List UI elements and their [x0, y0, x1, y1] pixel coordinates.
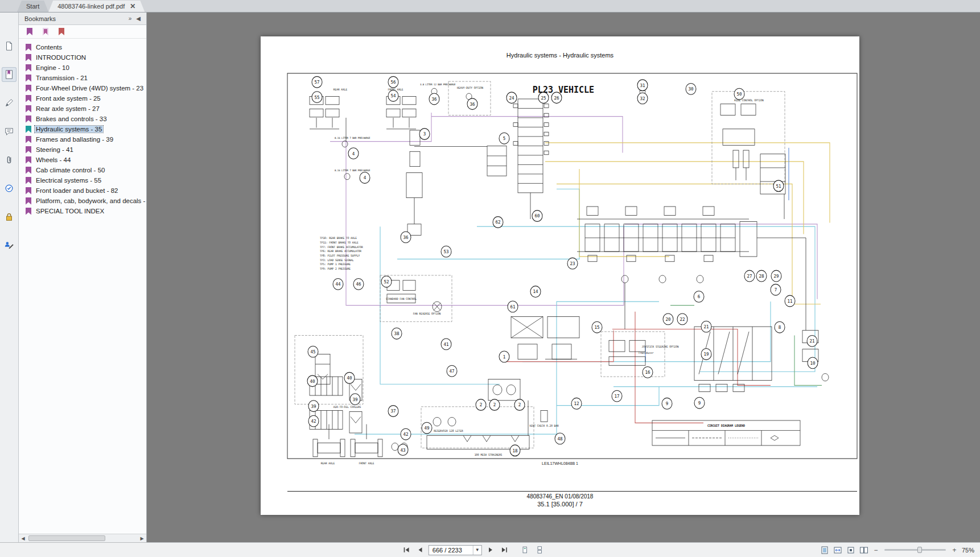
zoom-out-icon[interactable]: − [872, 546, 879, 554]
callout-28: 28 [756, 270, 767, 282]
single-page-view-icon[interactable] [520, 545, 530, 555]
bookmark-item[interactable]: Platform, cab, bodywork, and decals - [26, 196, 146, 206]
svg-text:42: 42 [311, 419, 316, 424]
bookmark-item[interactable]: Four-Wheel Drive (4WD) system - 23 [26, 83, 146, 93]
fit-page-icon[interactable] [820, 546, 829, 555]
footer-document-id: 48083746_EN 01/08/2018 [261, 493, 859, 500]
svg-text:40: 40 [347, 376, 352, 381]
bookmark-label: Cab climate control - 50 [35, 167, 106, 174]
close-tab-icon[interactable]: ✕ [130, 3, 135, 10]
bookmark-item[interactable]: Transmission - 21 [26, 73, 146, 83]
schematic-label: TP9: PUMP 2 PRESSURE [320, 267, 351, 270]
svg-text:52: 52 [384, 279, 389, 284]
page-dropdown-icon[interactable]: ▼ [473, 546, 481, 555]
bookmark-item[interactable]: INTRODUCTION [26, 52, 146, 63]
bookmarks-horizontal-scrollbar[interactable]: ◀ ▶ [19, 534, 146, 542]
scrollbar-thumb[interactable] [28, 535, 105, 541]
svg-text:22: 22 [680, 317, 685, 322]
svg-text:2: 2 [493, 402, 496, 407]
svg-text:60: 60 [534, 213, 540, 218]
bookmarks-icon[interactable] [2, 67, 17, 82]
security-lock-icon[interactable] [2, 209, 17, 224]
bookmark-item[interactable]: Steering - 41 [26, 145, 146, 155]
svg-text:40: 40 [310, 378, 315, 383]
scroll-right-icon[interactable]: ▶ [138, 534, 146, 542]
schematic-label: FRONT AXLE [388, 88, 403, 90]
continuous-view-icon[interactable] [534, 545, 545, 555]
schematic-label: RESERVOIR 128 LITER [434, 430, 463, 432]
bookmark-item[interactable]: Frames and ballasting - 39 [26, 134, 146, 145]
bookmark-item[interactable]: Front loader and bucket - 82 [26, 185, 146, 196]
certification-icon[interactable] [2, 181, 17, 196]
callout-61: 61 [508, 301, 518, 312]
callout-7: 7 [771, 284, 781, 295]
signature-icon[interactable] [2, 238, 17, 253]
document-view-area[interactable]: Hydraulic systems - Hydraulic systems [147, 13, 980, 542]
callout-39: 39 [308, 401, 319, 412]
bookmark-item[interactable]: Cab climate control - 50 [26, 165, 146, 175]
bookmark-item[interactable]: Engine - 10 [26, 63, 146, 73]
bookmark-item[interactable]: Electrical systems - 55 [26, 175, 146, 185]
svg-text:56: 56 [390, 80, 396, 85]
last-page-icon[interactable] [499, 545, 509, 555]
footer-rule [287, 491, 857, 492]
facing-pages-icon[interactable] [859, 546, 868, 555]
svg-text:28: 28 [759, 274, 764, 279]
schematic-label: PL23 VEHICLE [533, 84, 594, 95]
page-thumbnails-icon[interactable] [2, 39, 17, 53]
bookmark-ribbon-icon [26, 197, 31, 205]
bookmark-ribbon-icon [26, 64, 31, 72]
svg-text:4: 4 [352, 151, 355, 156]
callout-60: 60 [532, 211, 542, 222]
bookmark-add-icon[interactable] [24, 27, 35, 37]
svg-text:8: 8 [779, 325, 781, 330]
annotations-icon[interactable] [2, 96, 17, 110]
attachments-icon[interactable] [2, 152, 17, 167]
fit-width-icon[interactable] [833, 546, 842, 555]
bookmark-item[interactable]: Contents [26, 42, 146, 52]
bookmark-label: Contents [35, 44, 63, 51]
callout-24: 24 [507, 92, 517, 104]
callout-47: 47 [447, 365, 457, 377]
actual-size-icon[interactable] [846, 546, 855, 555]
page-navigation: 666 / 2233 ▼ [401, 543, 545, 557]
bookmark-ribbon-icon [26, 85, 31, 92]
bookmark-edit-icon[interactable] [40, 27, 51, 37]
callout-23: 23 [567, 258, 578, 269]
bookmark-item[interactable]: SPECIAL TOOL INDEX [26, 206, 146, 216]
panel-menu-icon[interactable]: » [126, 15, 134, 22]
collapse-panel-icon[interactable]: ◀ [134, 15, 143, 22]
zoom-in-icon[interactable]: + [951, 546, 958, 554]
scroll-left-icon[interactable]: ◀ [19, 534, 27, 542]
zoom-slider[interactable] [884, 549, 946, 551]
bookmark-item[interactable]: Wheels - 44 [26, 155, 146, 165]
bookmark-label: Front axle system - 25 [35, 95, 102, 102]
callout-36: 36 [429, 93, 439, 105]
bookmark-item[interactable]: Brakes and controls - 33 [26, 114, 146, 124]
callout-39: 39 [350, 394, 360, 405]
svg-text:2: 2 [518, 402, 521, 407]
bookmark-options-icon[interactable] [56, 27, 67, 37]
tab-document[interactable]: 48083746-linked pdf.pdf ✕ [48, 1, 145, 12]
svg-text:23: 23 [570, 261, 575, 266]
comments-icon[interactable] [2, 124, 17, 139]
bookmark-item[interactable]: Hydraulic systems - 35 [26, 124, 146, 134]
svg-text:41: 41 [443, 342, 448, 347]
callout-62: 62 [493, 217, 503, 228]
svg-text:3: 3 [423, 131, 426, 137]
zoom-slider-thumb[interactable] [917, 547, 922, 553]
page-number-input[interactable]: 666 / 2233 ▼ [429, 545, 482, 555]
previous-page-icon[interactable] [415, 545, 425, 555]
svg-text:30: 30 [688, 86, 693, 92]
schematic-label: CIRCUIT DIAGRAM LEGEND [707, 424, 745, 427]
svg-text:21: 21 [703, 324, 709, 329]
tab-start[interactable]: Start [17, 1, 48, 12]
callout-4: 4 [360, 172, 370, 184]
svg-text:18: 18 [512, 448, 517, 453]
svg-text:9: 9 [698, 401, 701, 406]
first-page-icon[interactable] [401, 545, 411, 555]
bookmark-item[interactable]: Front axle system - 25 [26, 93, 146, 104]
next-page-icon[interactable] [485, 545, 496, 555]
bookmark-ribbon-icon [26, 126, 31, 133]
bookmark-item[interactable]: Rear axle system - 27 [26, 104, 146, 114]
